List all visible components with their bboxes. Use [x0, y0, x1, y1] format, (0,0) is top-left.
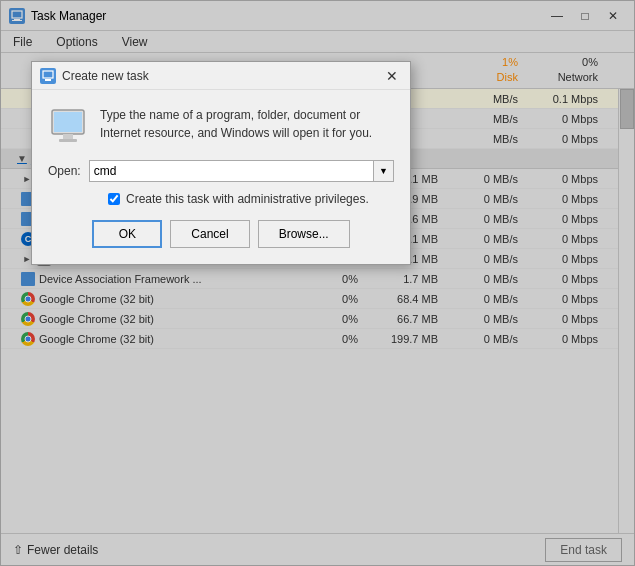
- svg-rect-4: [45, 79, 51, 81]
- open-label: Open:: [48, 164, 81, 178]
- checkbox-row: Create this task with administrative pri…: [108, 192, 394, 206]
- browse-button[interactable]: Browse...: [258, 220, 350, 248]
- dialog-description: Type the name of a program, folder, docu…: [100, 106, 394, 142]
- dialog-top-section: Type the name of a program, folder, docu…: [48, 106, 394, 146]
- dialog-title-text: Create new task: [62, 69, 149, 83]
- svg-rect-8: [59, 139, 77, 142]
- dialog-buttons: OK Cancel Browse...: [48, 220, 394, 248]
- dialog-icon: [40, 68, 56, 84]
- dialog-close-button[interactable]: ✕: [382, 66, 402, 86]
- dialog-open-row: Open: ▼: [48, 160, 394, 182]
- dialog-overlay: Create new task ✕: [1, 1, 634, 565]
- computer-icon: [48, 106, 88, 146]
- dropdown-arrow-icon[interactable]: ▼: [374, 160, 394, 182]
- input-wrapper: ▼: [89, 160, 394, 182]
- checkbox-label: Create this task with administrative pri…: [126, 192, 369, 206]
- ok-button[interactable]: OK: [92, 220, 162, 248]
- svg-rect-7: [63, 134, 73, 139]
- admin-privileges-checkbox[interactable]: [108, 193, 120, 205]
- dialog-title-left: Create new task: [40, 68, 149, 84]
- svg-rect-3: [43, 71, 53, 78]
- dialog-content: Type the name of a program, folder, docu…: [32, 90, 410, 264]
- task-manager-window: Task Manager — □ ✕ File Options View 1%D…: [0, 0, 635, 566]
- dialog-title-bar: Create new task ✕: [32, 62, 410, 90]
- svg-rect-6: [54, 112, 82, 132]
- create-new-task-dialog: Create new task ✕: [31, 61, 411, 265]
- cancel-button[interactable]: Cancel: [170, 220, 249, 248]
- open-input[interactable]: [89, 160, 374, 182]
